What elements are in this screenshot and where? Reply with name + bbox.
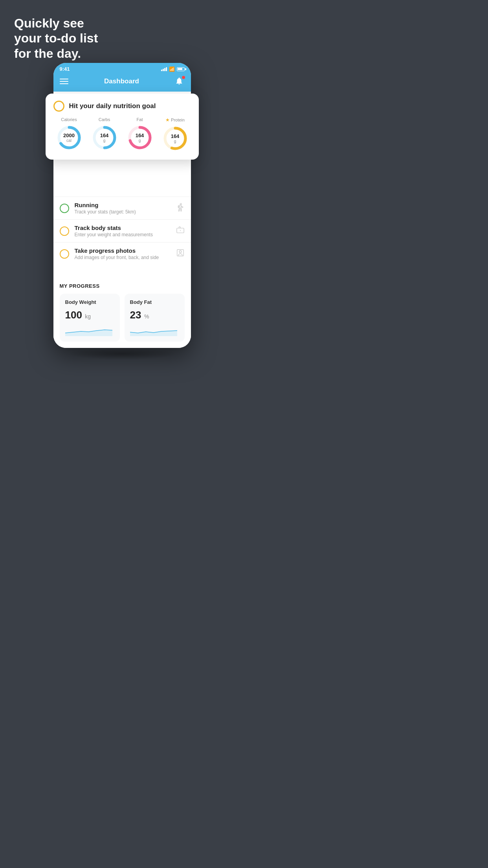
nutrition-fat: Fat 164 g	[127, 117, 153, 152]
notification-bell[interactable]	[175, 77, 184, 86]
status-time: 9:41	[60, 66, 70, 72]
todo-item-running[interactable]: Running Track your stats (target: 5km)	[53, 197, 191, 219]
body-fat-value: 23	[130, 309, 141, 321]
status-bar: 9:41 📶	[53, 63, 191, 74]
todo-check-photos	[60, 249, 69, 259]
body-fat-label: Body Fat	[130, 299, 179, 305]
todo-title-running: Running	[75, 202, 171, 208]
body-weight-label: Body Weight	[65, 299, 114, 305]
body-fat-unit: %	[144, 313, 149, 320]
todo-item-body-stats[interactable]: Track body stats Enter your weight and m…	[53, 219, 191, 242]
todo-sub-body-stats: Enter your weight and measurements	[75, 232, 171, 237]
svg-point-2	[179, 251, 182, 253]
hero-text: Quickly see your to-do list for the day.	[14, 16, 98, 61]
hero-line3: for the day.	[14, 46, 98, 61]
body-weight-unit: kg	[85, 313, 91, 320]
progress-section: MY PROGRESS Body Weight 100 kg	[53, 277, 191, 348]
nutrition-protein: ★ Protein 164 g	[162, 117, 189, 152]
protein-donut: 164 g	[162, 125, 189, 152]
protein-star: ★	[165, 117, 170, 123]
hero-line2: your to-do list	[14, 31, 98, 46]
nutrition-card: Hit your daily nutrition goal Calories 2…	[46, 94, 199, 160]
nutrition-row: Calories 2000 cal Carbs	[53, 117, 191, 152]
calories-label: Calories	[61, 117, 77, 122]
body-fat-card[interactable]: Body Fat 23 %	[125, 294, 185, 342]
progress-cards: Body Weight 100 kg	[60, 294, 185, 342]
card-header: Hit your daily nutrition goal	[53, 101, 191, 112]
header-title: Dashboard	[104, 77, 139, 85]
body-fat-chart	[130, 324, 179, 336]
card-check-circle	[53, 101, 64, 112]
todo-check-body-stats	[60, 226, 69, 236]
carbs-label: Carbs	[99, 117, 110, 122]
hamburger-menu[interactable]	[60, 79, 68, 84]
carbs-donut: 164 g	[91, 124, 118, 151]
todo-title-body-stats: Track body stats	[75, 224, 171, 231]
running-icon	[176, 203, 185, 213]
nutrition-carbs: Carbs 164 g	[91, 117, 118, 152]
portrait-icon	[176, 248, 185, 259]
fat-label: Fat	[137, 117, 143, 122]
fat-donut: 164 g	[127, 124, 153, 151]
signal-icon	[161, 67, 167, 71]
todo-sub-running: Track your stats (target: 5km)	[75, 209, 171, 215]
card-title: Hit your daily nutrition goal	[69, 102, 156, 110]
phone-shadow	[67, 348, 177, 360]
todo-check-running	[60, 204, 69, 213]
battery-icon	[177, 67, 185, 71]
progress-title: MY PROGRESS	[60, 283, 185, 289]
todo-title-photos: Take progress photos	[75, 247, 171, 254]
body-weight-value: 100	[65, 309, 82, 321]
protein-label: ★ Protein	[165, 117, 185, 123]
body-weight-chart	[65, 324, 114, 336]
todo-item-photos[interactable]: Take progress photos Add images of your …	[53, 242, 191, 265]
status-icons: 📶	[161, 66, 185, 72]
calories-donut: 2000 cal	[56, 124, 83, 151]
hero-line1: Quickly see	[14, 16, 98, 31]
nutrition-calories: Calories 2000 cal	[56, 117, 83, 152]
scale-icon	[176, 226, 185, 236]
notification-dot	[182, 76, 185, 79]
body-weight-card[interactable]: Body Weight 100 kg	[60, 294, 120, 342]
app-header: Dashboard	[53, 74, 191, 92]
wifi-icon: 📶	[169, 66, 175, 72]
todo-sub-photos: Add images of your front, back, and side	[75, 255, 171, 260]
